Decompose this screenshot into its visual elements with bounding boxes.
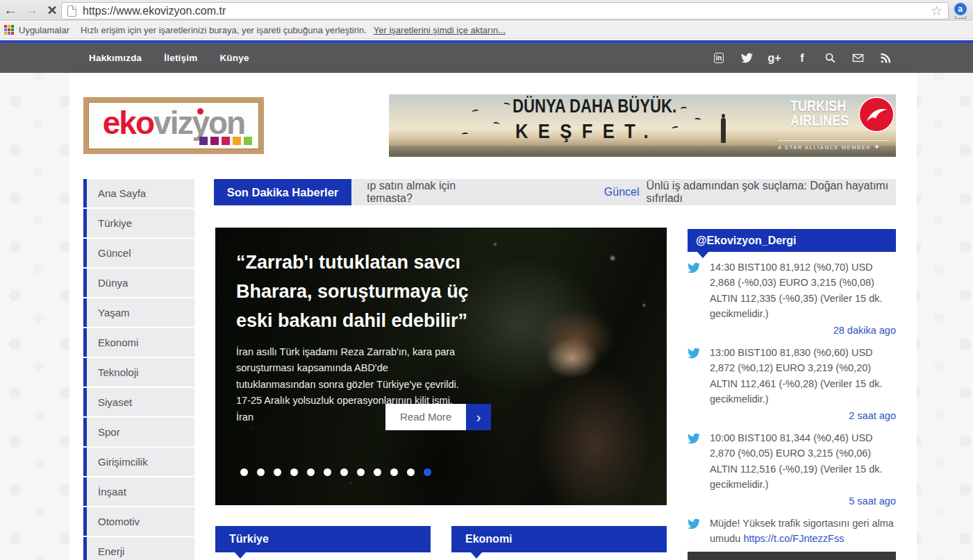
tweet-text: Müjde! Yüksek trafik sigortasını geri al… (710, 516, 896, 547)
read-more-button[interactable]: Read More › (385, 404, 491, 430)
twitter-bird-icon (688, 432, 700, 445)
ticker-label[interactable]: Son Dakika Haberler (214, 179, 351, 205)
google-plus-icon[interactable]: g+ (767, 51, 781, 65)
forward-icon[interactable]: → (21, 2, 42, 18)
twitter-feed: 14:30 BIST100 81,912 (%0,70) USD 2,868 (… (688, 260, 896, 560)
banner-headline2: KEŞFET. (515, 119, 658, 143)
sidebar-item-guncel[interactable]: Güncel (83, 239, 194, 267)
star-alliance-text: A STAR ALLIANCE MEMBER✦ (778, 140, 889, 151)
slider-dot-10[interactable] (390, 468, 398, 476)
sidebar-menu: Ana SayfaTürkiyeGüncelDünyaYaşamEkonomiT… (83, 179, 194, 560)
slider-dot-3[interactable] (274, 468, 281, 476)
linkedin-icon[interactable]: in (712, 51, 726, 65)
logo-square (210, 137, 219, 145)
slider-dot-4[interactable] (290, 468, 298, 476)
site-logo[interactable]: ekovizyon (83, 97, 264, 154)
banner-person-silhouette (721, 118, 726, 143)
tweet-item: 13:00 BIST100 81,830 (%0,60) USD 2,872 (… (688, 345, 896, 421)
slider-dot-7[interactable] (340, 468, 348, 476)
logo-square (233, 137, 241, 145)
sidebar-item-yasam[interactable]: Yaşam (83, 298, 194, 327)
slider-dot-1[interactable] (240, 468, 248, 476)
top-nav-menu: HakkımızdaİletişimKünye (89, 53, 249, 63)
twitter-bird-icon (688, 262, 700, 274)
twitter-icon[interactable] (740, 51, 754, 65)
section-header-turkiye[interactable]: Türkiye (215, 526, 431, 552)
logo-square (199, 137, 208, 145)
extension-ruler (955, 16, 966, 19)
tweet-item: 10:00 BIST100 81,344 (%0,46) USD 2,870 (… (688, 430, 896, 507)
slider-dot-9[interactable] (374, 468, 381, 476)
ticker-item[interactable]: Ünlü iş adamından şok suçlama: Doğan hay… (647, 180, 897, 205)
sidebar-item-ana-sayfa[interactable]: Ana Sayfa (83, 179, 194, 207)
apps-grid-icon[interactable] (4, 25, 14, 35)
stop-icon[interactable]: ✕ (42, 3, 63, 18)
apps-label[interactable]: Uygulamalar (19, 25, 69, 35)
nav-item-hakkimizda[interactable]: Hakkımızda (89, 53, 142, 63)
turkish-airlines-logo-text: TURKISHAIRLINES (790, 99, 849, 128)
facebook-icon[interactable]: f (795, 51, 809, 65)
ticker-category[interactable]: Güncel (604, 186, 640, 198)
url-bar[interactable]: https://www.ekovizyon.com.tr ☆ (61, 2, 949, 19)
tweet-timestamp[interactable]: 2 saat ago (710, 410, 896, 421)
logo-square (244, 137, 252, 145)
bookmark-star-icon[interactable]: ☆ (931, 3, 942, 19)
page: ← → ✕ https://www.ekovizyon.com.tr ☆ a U… (0, 0, 973, 560)
next-section-bar (688, 552, 896, 560)
browser-toolbar: ← → ✕ https://www.ekovizyon.com.tr ☆ a (0, 0, 973, 21)
hero-slider[interactable]: “Zarrab'ı tutuklatan savcı Bharara, soru… (215, 228, 667, 505)
tweet-link[interactable]: https://t.co/FJntezzFss (743, 533, 844, 544)
tweet-text: 13:00 BIST100 81,830 (%0,60) USD 2,872 (… (710, 345, 896, 407)
back-icon[interactable]: ← (0, 2, 21, 18)
sidebar-item-enerji[interactable]: Enerji (83, 537, 194, 560)
bookmarks-hint: Hızlı erişim için yer işaretlerinizi bur… (81, 25, 367, 35)
slider-dot-12[interactable] (424, 468, 431, 476)
social-icons: ing+f (712, 51, 892, 65)
sidebar-item-girisimcilik[interactable]: Girişimcilik (83, 448, 194, 476)
slide-headline[interactable]: “Zarrab'ı tutuklatan savcı Bharara, soru… (236, 248, 469, 336)
news-ticker: Son Dakika Haberler ıp satın almak için … (214, 179, 896, 205)
twitter-bird-icon (688, 518, 700, 530)
slider-dot-8[interactable] (357, 468, 365, 476)
sidebar-item-otomotiv[interactable]: Otomotiv (83, 507, 194, 536)
nav-item-iletisim[interactable]: İletişim (164, 53, 197, 63)
tweet-timestamp[interactable]: 5 saat ago (710, 495, 896, 507)
extension-badge: a (954, 3, 967, 15)
slider-dot-6[interactable] (324, 468, 331, 476)
logo-i-dot (197, 108, 203, 114)
logo-square (222, 137, 230, 145)
slider-dot-5[interactable] (307, 468, 315, 476)
chevron-right-icon[interactable]: › (466, 404, 491, 430)
bookmarks-import-link[interactable]: Yer işaretlerini şimdi içe aktarın... (374, 25, 506, 35)
url-text[interactable]: https://www.ekovizyon.com.tr (83, 5, 931, 17)
top-nav: HakkımızdaİletişimKünye ing+f (0, 40, 973, 73)
slider-dot-2[interactable] (257, 468, 265, 476)
sidebar-item-siyaset[interactable]: Siyaset (83, 388, 194, 416)
sidebar-item-turkiye[interactable]: Türkiye (83, 209, 194, 237)
logo-squares (199, 137, 252, 145)
extension-icon[interactable]: a (953, 3, 967, 19)
page-icon (67, 6, 76, 17)
star-alliance-icon: ✦ (874, 143, 879, 151)
twitter-feed-header[interactable]: @Ekovizyon_Dergi (688, 229, 896, 252)
ad-banner-turkish-airlines[interactable]: DÜNYA DAHA BÜYÜK. KEŞFET. TURKISHAIRLINE… (389, 94, 896, 157)
slider-dot-11[interactable] (407, 468, 415, 476)
sidebar-item-teknoloji[interactable]: Teknoloji (83, 358, 194, 387)
tweet-timestamp[interactable]: 28 dakika ago (710, 325, 896, 336)
sidebar-item-ekonomi[interactable]: Ekonomi (83, 328, 194, 357)
ticker-item[interactable]: ıp satın almak için temasta? (367, 180, 489, 205)
rss-icon[interactable] (879, 51, 892, 65)
tweet-item: 14:30 BIST100 81,912 (%0,70) USD 2,868 (… (688, 260, 896, 336)
tweet-text: 10:00 BIST100 81,344 (%0,46) USD 2,870 (… (710, 430, 896, 493)
search-icon[interactable] (823, 51, 837, 65)
email-icon[interactable] (851, 51, 865, 65)
logo-wordmark: ekovizyon (103, 104, 244, 142)
sidebar-item-spor[interactable]: Spor (83, 418, 194, 446)
slider-dots (240, 468, 431, 476)
read-more-label: Read More (385, 404, 466, 430)
nav-item-kunye[interactable]: Künye (219, 53, 249, 63)
section-header-ekonomi[interactable]: Ekonomi (451, 526, 667, 552)
sidebar-item-insaat[interactable]: İnşaat (83, 477, 194, 506)
twitter-bird-icon (688, 347, 700, 359)
sidebar-item-dunya[interactable]: Dünya (83, 269, 194, 297)
